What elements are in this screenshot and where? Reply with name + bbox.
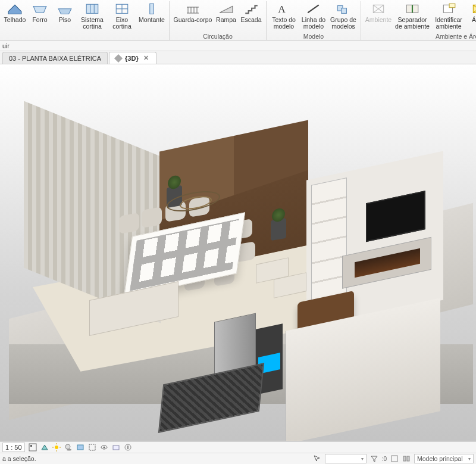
curtain-system-icon [84, 2, 100, 15]
svg-rect-47 [407, 456, 409, 461]
tab-3d[interactable]: {3D} ✕ [109, 52, 156, 64]
svg-rect-3 [86, 4, 98, 13]
ribbon-label: Identificar ambiente [435, 17, 462, 30]
scale-selector[interactable]: 1 : 50 [2, 443, 25, 452]
ribbon: Telhado Forro Piso Sistema cortina [0, 0, 476, 41]
svg-marker-1 [33, 7, 46, 13]
montante-button[interactable]: Montante [137, 1, 167, 32]
forro-button[interactable]: Forro [27, 1, 52, 32]
ribbon-label: Linha do modelo [302, 17, 325, 30]
workset-combo[interactable]: ▾ [325, 454, 367, 463]
chevron-down-icon: ▾ [468, 456, 471, 462]
group-title [2, 32, 167, 41]
group-title: Ambiente e Área [364, 32, 476, 41]
model-line-icon [306, 2, 321, 15]
ribbon-label: Grupo de modelos [330, 17, 356, 30]
ribbon-label: Guarda-corpo [174, 17, 212, 23]
svg-marker-0 [8, 5, 21, 14]
rampa-button[interactable]: Rampa [214, 1, 239, 32]
svg-rect-29 [30, 445, 32, 447]
hide-icon[interactable] [100, 443, 108, 451]
sub-ribbon-label: uir [2, 42, 10, 49]
roof-icon [7, 2, 23, 15]
floor-icon [57, 2, 73, 15]
editable-only-icon[interactable] [390, 454, 399, 463]
escada-button[interactable]: Escada [239, 1, 264, 32]
piso-button[interactable]: Piso [52, 1, 77, 32]
ribbon-label: Piso [59, 17, 71, 23]
design-options-icon[interactable] [402, 454, 411, 463]
filter-icon[interactable] [370, 454, 378, 463]
ribbon-label: Texto do modelo [272, 17, 296, 30]
svg-rect-45 [392, 456, 397, 462]
guarda-corpo-button[interactable]: Guarda-corpo [172, 1, 214, 32]
model-group-icon [336, 2, 351, 15]
select-icon[interactable] [313, 454, 321, 463]
ribbon-group-circulacao: Guarda-corpo Rampa Escada Circulação [170, 1, 267, 40]
view-tab-strip: 03 - PLANTA BAIXA ELÉTRICA {3D} ✕ [0, 51, 476, 64]
svg-rect-13 [342, 8, 347, 14]
status-bar: 1 : 50 a a seleção. ▾ :0 Modelo principa… [0, 441, 476, 464]
eixo-cortina-button[interactable]: Eixo cortina [107, 1, 137, 32]
ramp-icon [218, 2, 234, 15]
reveal-icon[interactable] [112, 443, 120, 451]
detail-level-icon[interactable] [29, 443, 37, 451]
mullion-icon [144, 2, 159, 15]
render-icon[interactable] [76, 443, 84, 451]
scale-value: 1 : 50 [5, 443, 22, 451]
room-separator-icon [405, 2, 420, 15]
close-icon[interactable]: ✕ [142, 54, 150, 62]
railing-icon [185, 2, 201, 15]
room-icon [371, 2, 386, 15]
zero-label: :0 [382, 456, 387, 462]
svg-marker-30 [42, 445, 48, 450]
ribbon-label: Escada [240, 17, 261, 23]
linha-modelo-button[interactable]: Linha do modelo [299, 1, 328, 32]
grupo-modelos-button[interactable]: Grupo de modelos [328, 1, 358, 32]
ribbon-label: Montante [139, 17, 165, 23]
combo-value: Modelo principal [417, 455, 462, 462]
ribbon-label: Rampa [216, 17, 236, 23]
area-button[interactable]: Área [466, 1, 476, 32]
curtain-grid-icon [114, 2, 130, 15]
telhado-button[interactable]: Telhado [2, 1, 27, 32]
ribbon-group-ambiente: Ambiente Separador de ambiente Identific… [361, 1, 476, 40]
ribbon-label: Forro [32, 17, 47, 23]
group-title: Modelo [269, 32, 358, 41]
sub-ribbon: uir [0, 41, 476, 51]
shadows-icon[interactable] [64, 443, 73, 451]
svg-rect-38 [77, 445, 83, 450]
visual-style-icon[interactable] [40, 443, 49, 451]
svg-point-31 [55, 446, 58, 449]
model-3d [0, 64, 476, 441]
svg-rect-44 [127, 446, 129, 449]
svg-text:A: A [278, 4, 286, 15]
viewport-3d[interactable] [0, 64, 476, 441]
ribbon-group-modelo: A Texto do modelo Linha do modelo Grupo … [267, 1, 361, 40]
tab-planta-baixa[interactable]: 03 - PLANTA BAIXA ELÉTRICA [2, 52, 108, 64]
ceiling-icon [32, 2, 48, 15]
sistema-cortina-button[interactable]: Sistema cortina [77, 1, 107, 32]
view-properties-icon[interactable] [124, 443, 132, 451]
chevron-down-icon: ▾ [361, 456, 364, 462]
svg-rect-28 [29, 444, 36, 451]
model-combo[interactable]: Modelo principal ▾ [414, 454, 474, 463]
ambiente-button[interactable]: Ambiente [364, 1, 393, 32]
texto-modelo-button[interactable]: A Texto do modelo [269, 1, 299, 32]
svg-rect-39 [89, 444, 95, 450]
tab-label: {3D} [125, 55, 139, 62]
svg-rect-20 [449, 4, 455, 7]
identificar-ambiente-button[interactable]: Identificar ambiente [431, 1, 466, 32]
sun-path-icon[interactable] [52, 443, 61, 451]
ribbon-label: Ambiente [365, 17, 392, 23]
svg-rect-9 [150, 4, 154, 14]
svg-rect-46 [403, 456, 406, 461]
svg-point-41 [103, 447, 105, 449]
svg-marker-2 [58, 9, 71, 14]
ribbon-label: Separador de ambiente [395, 17, 430, 30]
tab-label: 03 - PLANTA BAIXA ELÉTRICA [9, 55, 101, 62]
crop-icon[interactable] [88, 443, 96, 451]
ribbon-label: Eixo cortina [112, 17, 131, 30]
separador-ambiente-button[interactable]: Separador de ambiente [393, 1, 431, 32]
cube-icon [114, 54, 123, 62]
